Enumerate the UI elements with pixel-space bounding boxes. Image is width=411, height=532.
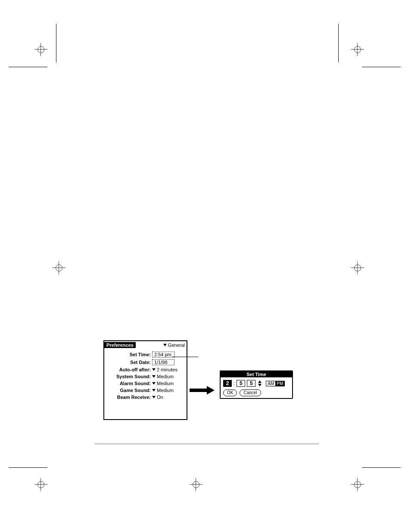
chevron-down-icon [152, 368, 156, 371]
auto-off-value: 2 minutes [157, 367, 177, 372]
chevron-down-icon [152, 396, 156, 398]
alarm-sound-dropdown[interactable]: Medium [152, 381, 174, 386]
guide-rule [56, 24, 56, 62]
chevron-down-icon [152, 389, 156, 392]
ampm-toggle[interactable]: AM PM [266, 381, 285, 386]
set-time-dialog: Set Time 2 : 5 5 AM PM OK Cancel [220, 370, 293, 399]
set-date-label: Set Date: [107, 360, 152, 365]
ok-button[interactable]: OK [223, 389, 237, 396]
footer-separator [95, 444, 319, 444]
set-time-label: Set Time: [107, 352, 152, 357]
chevron-down-icon [163, 344, 167, 346]
beam-receive-dropdown[interactable]: On [152, 395, 163, 400]
chevron-down-icon [152, 382, 156, 385]
am-option[interactable]: AM [266, 381, 275, 386]
minute-tens-field[interactable]: 5 [237, 380, 245, 387]
guide-rule [338, 24, 339, 62]
callout-line [172, 357, 198, 357]
minute-ones-field[interactable]: 5 [247, 380, 255, 387]
preferences-window: Preferences General Set Time: 2:54 pm Se… [103, 340, 187, 420]
guide-rule [9, 67, 47, 67]
auto-off-label: Auto-off after: [107, 367, 152, 372]
system-sound-label: System Sound: [107, 374, 152, 379]
arrow-right-icon [190, 387, 215, 395]
guide-rule [9, 467, 47, 468]
alarm-sound-value: Medium [157, 381, 174, 386]
category-dropdown[interactable]: General [163, 342, 187, 348]
category-label: General [168, 342, 185, 348]
auto-off-dropdown[interactable]: 2 minutes [152, 367, 177, 372]
spinner-down-icon[interactable] [258, 384, 262, 386]
time-colon: : [234, 380, 235, 386]
pm-option[interactable]: PM [275, 381, 284, 386]
guide-rule [362, 467, 401, 468]
set-date-value[interactable]: 1/1/98 [152, 359, 174, 365]
spinner-up-icon[interactable] [258, 380, 262, 383]
system-sound-dropdown[interactable]: Medium [152, 374, 174, 379]
cancel-button[interactable]: Cancel [240, 389, 261, 396]
preferences-title: Preferences [104, 342, 136, 348]
chevron-down-icon [152, 375, 156, 378]
beam-receive-label: Beam Receive: [107, 395, 152, 400]
system-sound-value: Medium [157, 374, 174, 379]
alarm-sound-label: Alarm Sound: [107, 381, 152, 386]
game-sound-value: Medium [157, 388, 174, 393]
hour-field[interactable]: 2 [223, 380, 232, 387]
set-time-value[interactable]: 2:54 pm [152, 352, 174, 358]
guide-rule [362, 67, 401, 67]
set-time-title: Set Time [221, 371, 292, 377]
beam-receive-value: On [157, 395, 163, 400]
game-sound-dropdown[interactable]: Medium [152, 388, 174, 393]
game-sound-label: Game Sound: [107, 388, 152, 393]
